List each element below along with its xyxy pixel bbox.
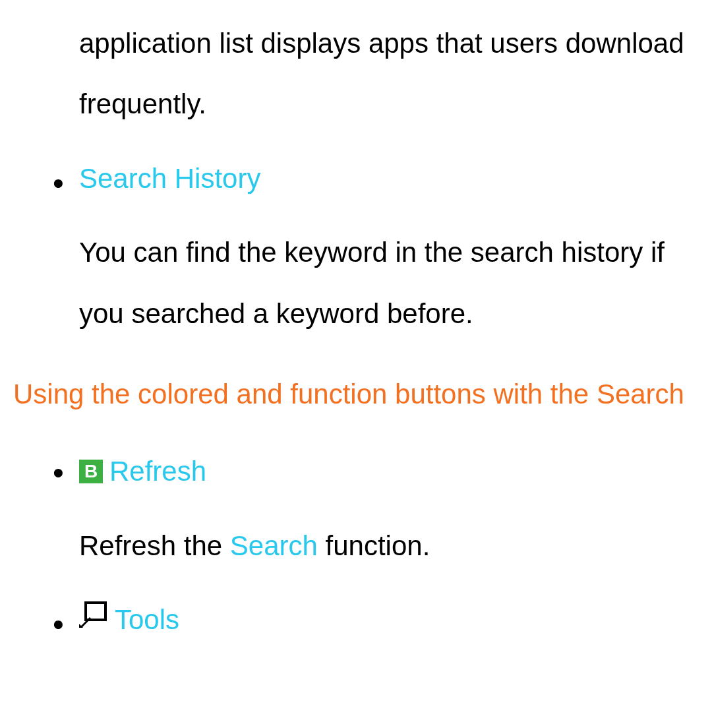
refresh-description: Refresh the Search function.	[79, 516, 699, 576]
refresh-desc-suffix: function.	[318, 530, 430, 561]
b-button-icon: B	[79, 460, 103, 483]
list-item: Search History You can find the keyword …	[13, 148, 699, 344]
feature-list: Search History You can find the keyword …	[13, 148, 699, 344]
refresh-desc-prefix: Refresh the	[79, 530, 230, 561]
list-item: Tools	[13, 590, 699, 650]
svg-rect-0	[86, 603, 105, 620]
search-history-link[interactable]: Search History	[79, 148, 699, 209]
search-history-description: You can find the keyword in the search h…	[79, 222, 699, 344]
list-item: B Refresh Refresh the Search function.	[13, 438, 699, 576]
intro-paragraph: application list displays apps that user…	[79, 13, 699, 135]
section-heading: Using the colored and function buttons w…	[13, 364, 699, 425]
tools-link[interactable]: Tools	[115, 590, 179, 650]
tools-icon	[79, 588, 108, 649]
refresh-link[interactable]: Refresh	[109, 441, 206, 502]
search-inline-link[interactable]: Search	[230, 530, 318, 561]
button-list: B Refresh Refresh the Search function. T…	[13, 438, 699, 650]
